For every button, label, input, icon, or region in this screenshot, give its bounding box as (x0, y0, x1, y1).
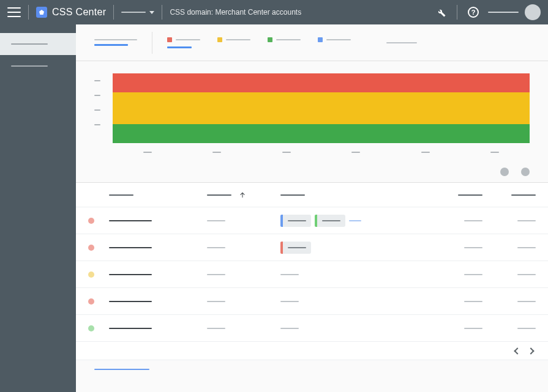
status-dot-icon (88, 325, 94, 331)
brand-logo-icon (36, 7, 47, 18)
brand[interactable]: CSS Center (36, 7, 106, 18)
square-icon (318, 37, 323, 42)
divider (457, 5, 457, 20)
table-row[interactable] (76, 288, 548, 315)
account-dropdown[interactable] (121, 11, 154, 14)
legend-item-blue[interactable] (318, 37, 351, 48)
dropdown-label (121, 12, 146, 13)
sidebar-item-0[interactable] (0, 33, 76, 55)
menu-icon[interactable] (7, 6, 21, 19)
sort-asc-icon (239, 191, 246, 199)
bar-yellow (113, 92, 530, 124)
chip[interactable] (280, 242, 311, 254)
tab-bar (76, 24, 548, 61)
top-header: CSS Center CSS domain: Merchant Center a… (0, 0, 548, 24)
status-dot-icon (88, 245, 94, 251)
footer-link[interactable] (76, 360, 548, 379)
divider (162, 5, 162, 20)
chart-control-dot[interactable] (521, 168, 530, 176)
table-row[interactable] (76, 207, 548, 234)
next-page-icon[interactable] (527, 347, 534, 354)
square-icon (268, 37, 272, 42)
account-label[interactable] (488, 12, 519, 13)
status-dot-icon (88, 218, 94, 224)
col-header-2[interactable] (280, 194, 403, 196)
extra-tab[interactable] (386, 42, 417, 43)
prev-page-icon[interactable] (514, 347, 520, 354)
col-header-0[interactable] (109, 194, 207, 196)
brand-title: CSS Center (52, 7, 106, 18)
chart-control-dot[interactable] (500, 168, 509, 176)
legend-item-red[interactable] (167, 37, 200, 48)
tools-icon[interactable] (435, 6, 447, 18)
chart-controls (76, 158, 548, 182)
col-header-3[interactable] (403, 194, 482, 196)
divider (113, 5, 114, 20)
table-row[interactable] (76, 261, 548, 288)
legend-item-yellow[interactable] (217, 37, 250, 48)
avatar[interactable] (525, 4, 541, 20)
sidebar-item-label (11, 43, 48, 45)
col-header-1[interactable] (207, 191, 280, 199)
divider (28, 5, 29, 20)
chip[interactable] (280, 215, 311, 227)
sidebar-item-1[interactable] (0, 55, 76, 77)
chart-x-axis (113, 152, 530, 153)
chart-card (76, 61, 548, 158)
table-header (76, 183, 548, 207)
help-icon[interactable]: ? (467, 6, 479, 18)
bar-red (113, 73, 530, 92)
sidebar-item-label (11, 65, 48, 67)
main-content (76, 24, 548, 392)
active-underline (94, 44, 128, 46)
table-row[interactable] (76, 315, 548, 342)
accounts-table (76, 182, 548, 360)
square-icon (167, 37, 172, 42)
sidebar (0, 24, 76, 392)
col-header-4[interactable] (482, 194, 536, 196)
bar-green (113, 124, 530, 143)
status-dot-icon (88, 298, 94, 305)
pager (76, 342, 548, 360)
square-icon (217, 37, 222, 42)
section-title (94, 32, 152, 54)
domain-label: CSS domain: Merchant Center accounts (170, 8, 301, 17)
chevron-down-icon (149, 11, 154, 14)
chart-y-axis (94, 73, 110, 143)
status-dot-icon (88, 272, 94, 278)
legend-item-green[interactable] (268, 37, 301, 48)
table-row[interactable] (76, 234, 548, 261)
chip[interactable] (315, 215, 345, 227)
more-link[interactable] (349, 220, 361, 221)
chart-bars (113, 73, 530, 143)
